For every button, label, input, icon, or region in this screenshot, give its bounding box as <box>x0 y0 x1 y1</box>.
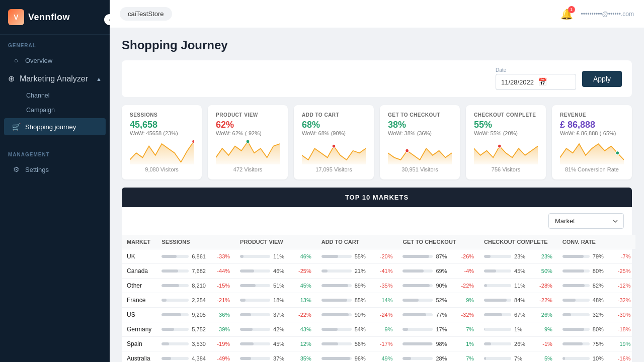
pv-bar-cell: 42% <box>235 322 293 337</box>
svg-point-1 <box>192 140 194 143</box>
col-market: MARKET <box>122 235 156 249</box>
sidebar-item-channel[interactable]: Channel <box>21 88 110 103</box>
cart-bar-cell: 56% <box>316 337 375 351</box>
general-section-label: General <box>0 35 110 51</box>
sessions-change: -33% <box>212 249 235 264</box>
cart-change: -20% <box>375 249 398 264</box>
svg-marker-8 <box>474 146 538 164</box>
col-product-view: PRODUCT VIEW <box>235 235 316 249</box>
kpi-title: PRODUCT VIEW <box>216 112 280 118</box>
pv-bar-cell: 51% <box>235 279 293 293</box>
kpi-wow: WoW: £ 86,888 (-65%) <box>560 130 624 136</box>
market-name: UK <box>122 249 156 264</box>
sidebar-item-settings[interactable]: ⚙ Settings <box>4 161 106 178</box>
gtc-change: 1% <box>456 337 479 351</box>
markets-section: TOP 10 MARKETS Market Country Region <box>122 188 632 362</box>
kpi-value: £ 86,888 <box>560 120 624 130</box>
notification-badge: 1 <box>568 6 575 13</box>
cc-bar-cell: 45% <box>479 264 534 279</box>
logo-icon: V <box>8 9 24 25</box>
cc-change: -28% <box>534 279 557 293</box>
kpi-value: 45,658 <box>130 120 194 130</box>
cart-bar-cell: 90% <box>316 308 375 322</box>
markets-table-section: Market Country Region MARKET SESSIONS PR… <box>122 207 632 362</box>
kpi-value: 55% <box>474 120 538 130</box>
apply-button[interactable]: Apply <box>582 71 622 87</box>
kpi-row: SESSIONS 45,658 WoW: 45658 (23%) 9,080 V… <box>122 105 632 179</box>
cart-bar-cell: 85% <box>316 293 375 308</box>
cr-bar-cell: 79% <box>557 249 613 264</box>
cart-change: 14% <box>375 293 398 308</box>
kpi-footer: 756 Visitors <box>474 166 538 172</box>
pv-change: -25% <box>293 264 316 279</box>
cart-change: -35% <box>375 279 398 293</box>
cart-change: -24% <box>375 308 398 322</box>
table-row: UK 6,861 -33% 11% 46% 55% -20% 87% <box>122 249 635 264</box>
gtc-bar-cell: 52% <box>397 293 456 308</box>
svg-point-7 <box>406 149 409 152</box>
market-name: US <box>122 308 156 322</box>
kpi-footer: 30,951 Visitors <box>388 166 452 172</box>
pv-bar-cell: 11% <box>235 249 293 264</box>
gtc-bar-cell: 69% <box>397 264 456 279</box>
kpi-wow: WoW: 45658 (23%) <box>130 130 194 136</box>
brand-name: Vennflow <box>28 12 70 23</box>
logo-area: V Vennflow <box>0 0 110 35</box>
table-row: Spain 3,530 -19% 45% 12% 56% -17% 98 <box>122 337 635 351</box>
sessions-change: -49% <box>212 351 235 363</box>
sidebar-item-shopping-journey[interactable]: 🛒 Shopping journey <box>4 118 106 135</box>
pv-change: -22% <box>293 308 316 322</box>
pv-bar-cell: 45% <box>235 337 293 351</box>
table-row: Canada 7,682 -44% 46% -25% 21% -41% <box>122 264 635 279</box>
kpi-card-sessions: SESSIONS 45,658 WoW: 45658 (23%) 9,080 V… <box>122 105 202 179</box>
gtc-bar-cell: 87% <box>397 249 456 264</box>
kpi-sparkline-chart <box>302 139 366 164</box>
kpi-title: SESSIONS <box>130 112 194 118</box>
kpi-title: GET TO CHECKOUT <box>388 112 452 118</box>
cc-bar-cell: 7% <box>479 351 534 363</box>
pv-change: 43% <box>293 322 316 337</box>
cc-change: 50% <box>534 264 557 279</box>
overview-icon: ○ <box>12 56 20 64</box>
store-tab[interactable]: caiTestStore <box>120 7 172 21</box>
sessions-change: 39% <box>212 322 235 337</box>
topbar: caiTestStore 🔔 1 ••••••••••@••••••.com <box>110 0 644 28</box>
main-area: caiTestStore 🔔 1 ••••••••••@••••••.com S… <box>110 0 644 362</box>
cr-change: -30% <box>613 308 636 322</box>
cr-bar-cell: 32% <box>557 308 613 322</box>
kpi-title: CHECKOUT COMPLETE <box>474 112 538 118</box>
kpi-sparkline-chart <box>388 139 452 164</box>
market-select[interactable]: Market Country Region <box>548 213 624 229</box>
sessions-bar-cell: 3,530 <box>156 337 212 351</box>
sidebar-item-marketing-analyzer[interactable]: ⊕ Marketing Analyzer ▲ <box>0 69 110 88</box>
svg-marker-0 <box>130 142 194 164</box>
sessions-change: -21% <box>212 293 235 308</box>
markets-table: MARKET SESSIONS PRODUCT VIEW ADD TO CART… <box>122 235 635 362</box>
svg-marker-2 <box>216 142 280 164</box>
table-row: US 9,205 36% 37% -22% 90% -24% 77% <box>122 308 635 322</box>
pv-bar-cell: 37% <box>235 351 293 363</box>
table-row: Other 8,210 -15% 51% 45% 89% -35% 90 <box>122 279 635 293</box>
gtc-change: 7% <box>456 351 479 363</box>
svg-point-9 <box>498 144 501 148</box>
table-header-row: MARKET SESSIONS PRODUCT VIEW ADD TO CART… <box>122 235 635 249</box>
sidebar: V Vennflow ‹ General ○ Overview ⊕ Market… <box>0 0 110 362</box>
kpi-card-add-to-cart: ADD TO CART 68% WoW: 68% (90%) 17,095 Vi… <box>294 105 374 179</box>
pv-change: 12% <box>293 337 316 351</box>
cr-change: -12% <box>613 279 636 293</box>
topbar-right: 🔔 1 ••••••••••@••••••.com <box>560 8 634 20</box>
notification-bell[interactable]: 🔔 1 <box>560 8 573 20</box>
sidebar-item-campaign[interactable]: Campaign <box>21 103 110 117</box>
sessions-bar-cell: 4,384 <box>156 351 212 363</box>
kpi-wow: WoW: 62% (-92%) <box>216 130 280 136</box>
pv-change: 35% <box>293 351 316 363</box>
cart-bar-cell: 96% <box>316 351 375 363</box>
cr-bar-cell: 48% <box>557 293 613 308</box>
col-conv-rate: CONV. RATE <box>557 235 636 249</box>
date-input-wrap[interactable]: 11/28/2022 📅 <box>496 74 576 90</box>
cc-change: -22% <box>534 293 557 308</box>
cc-bar-cell: 1% <box>479 322 534 337</box>
management-section-label: Management <box>0 144 110 160</box>
sessions-bar-cell: 5,752 <box>156 322 212 337</box>
sidebar-item-overview[interactable]: ○ Overview <box>4 52 106 69</box>
